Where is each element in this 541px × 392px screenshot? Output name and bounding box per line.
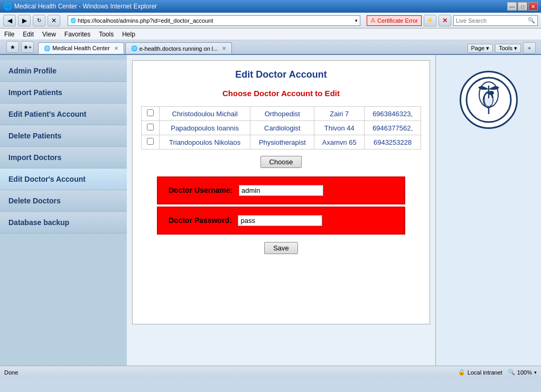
menu-view[interactable]: View	[42, 31, 56, 38]
password-label: Doctor Password:	[169, 216, 232, 225]
tab2-label: e-health.doctors running on l...	[139, 45, 218, 52]
doctor-1-checkbox[interactable]	[147, 109, 154, 116]
sidebar: Admin Profile Import Patients Edit Patie…	[0, 55, 127, 366]
doctor-1-phone: 6963846323,	[365, 107, 421, 121]
back-button[interactable]: ◀	[3, 15, 16, 26]
doctor-3-checkbox[interactable]	[147, 138, 154, 145]
doctor-1-specialty: Orthopedist	[250, 107, 314, 121]
username-input[interactable]	[239, 185, 323, 196]
sidebar-item-edit-doctors-account[interactable]: Edit Doctor's Account	[0, 169, 127, 190]
tools-button[interactable]: Tools ▾	[495, 44, 521, 53]
choose-button[interactable]: Choose	[260, 156, 302, 168]
logo-svg	[465, 76, 512, 124]
status-text: Done	[4, 369, 18, 376]
doctor-1-name: Christodoulou Michail	[160, 107, 250, 121]
logo-circle	[460, 71, 518, 129]
tab1-icon: 🌐	[44, 45, 50, 51]
maximize-button[interactable]: □	[518, 2, 527, 11]
sidebar-item-database-backup[interactable]: Database backup	[0, 212, 127, 234]
menu-favorites[interactable]: Favorites	[64, 31, 90, 38]
zoom-text: 100%	[517, 369, 532, 376]
doctor-row-3: Triandopoulos Nikolaos Physiotherapist A…	[142, 135, 421, 150]
choose-btn-row: Choose	[141, 156, 421, 168]
tab2-close[interactable]: ✕	[222, 45, 226, 51]
menu-edit[interactable]: Edit	[23, 31, 34, 38]
doctor-3-checkbox-cell	[142, 135, 160, 150]
main-container: Admin Profile Import Patients Edit Patie…	[0, 55, 541, 366]
menu-tools[interactable]: Tools	[99, 31, 114, 38]
save-btn-row: Save	[141, 242, 421, 254]
doctor-2-specialty: Cardiologist	[250, 121, 314, 135]
menu-help[interactable]: Help	[122, 31, 135, 38]
address-icon: 🌐	[70, 18, 76, 23]
zone-icon: 🔒	[458, 369, 465, 376]
sidebar-item-import-doctors[interactable]: Import Doctors	[0, 147, 127, 169]
username-section: Doctor Username:	[157, 176, 405, 204]
doctor-2-name: Papadopoulos Ioannis	[160, 121, 250, 135]
search-bar[interactable]: 🔍	[453, 15, 538, 26]
address-bar[interactable]: 🌐 https://localhost/admins.php?id=edit_d…	[68, 15, 360, 26]
doctor-2-address: Thivon 44	[314, 121, 365, 135]
tab-ehealth-doctors[interactable]: 🌐 e-health.doctors running on l... ✕	[125, 42, 232, 54]
forward-button[interactable]: ▶	[18, 15, 31, 26]
doctor-row-1: Christodoulou Michail Orthopedist Zairi …	[142, 107, 421, 121]
address-dropdown[interactable]: ▾	[355, 18, 358, 23]
doctor-3-address: Axamvn 65	[314, 135, 365, 150]
stop-cert-button[interactable]: ✕	[439, 15, 451, 26]
address-text: https://localhost/admins.php?id=edit_doc…	[78, 17, 213, 24]
section-title: Choose Doctor Account to Edit	[141, 89, 421, 98]
save-button[interactable]: Save	[264, 242, 298, 254]
close-button[interactable]: ✕	[528, 2, 538, 11]
doctor-3-phone: 6943253228	[365, 135, 421, 150]
cert-error-button[interactable]: ⚠ Certificate Error	[367, 15, 422, 26]
zoom-dropdown-icon[interactable]: ▾	[534, 370, 537, 375]
sidebar-item-edit-patients-account[interactable]: Edit Patient's Account	[0, 104, 127, 125]
menu-bar: File Edit View Favorites Tools Help	[0, 29, 541, 40]
page-button[interactable]: Page ▾	[468, 44, 493, 53]
doctor-2-checkbox[interactable]	[147, 124, 154, 130]
sidebar-item-delete-patients[interactable]: Delete Patients	[0, 125, 127, 147]
toolbar-extra[interactable]: »	[523, 42, 536, 54]
zoom-control[interactable]: 🔍 100% ▾	[508, 369, 537, 376]
status-bar: Done 🔒 Local intranet 🔍 100% ▾	[0, 366, 541, 378]
sidebar-item-delete-doctors[interactable]: Delete Doctors	[0, 190, 127, 212]
tab1-close[interactable]: ✕	[114, 45, 118, 51]
zoom-icon: 🔍	[508, 369, 515, 376]
doctor-row-2: Papadopoulos Ioannis Cardiologist Thivon…	[142, 121, 421, 135]
tab-bar: ★ ★+ 🌐 Medical Health Center ✕ 🌐 e-healt…	[0, 40, 541, 55]
favorites-star-button[interactable]: ★	[6, 41, 19, 53]
tab2-icon: 🌐	[131, 45, 137, 51]
doctor-3-name: Triandopoulos Nikolaos	[160, 135, 250, 150]
cert-error-icon: ⚠	[370, 17, 376, 24]
content-area: Edit Doctor Account Choose Doctor Accoun…	[127, 55, 435, 366]
status-right: 🔒 Local intranet 🔍 100% ▾	[458, 369, 537, 376]
nav-extra-button[interactable]: ⚡	[424, 15, 436, 26]
browser-title: Medical Health Center - Windows Internet…	[14, 3, 505, 10]
doctor-3-specialty: Physiotherapist	[250, 135, 314, 150]
doctors-table: Christodoulou Michail Orthopedist Zairi …	[141, 106, 421, 150]
minimize-button[interactable]: —	[507, 2, 517, 11]
page-title: Edit Doctor Account	[141, 69, 421, 80]
content-panel: Edit Doctor Account Choose Doctor Accoun…	[132, 60, 430, 324]
username-label: Doctor Username:	[169, 186, 232, 194]
right-panel	[435, 55, 541, 366]
sidebar-item-import-patients[interactable]: Import Patients	[0, 82, 127, 104]
password-input[interactable]	[238, 215, 322, 226]
tab1-label: Medical Health Center	[52, 45, 110, 51]
add-favorites-button[interactable]: ★+	[21, 41, 34, 53]
sidebar-item-admin-profile[interactable]: Admin Profile	[0, 60, 127, 82]
menu-file[interactable]: File	[4, 31, 14, 38]
doctor-1-checkbox-cell	[142, 107, 160, 121]
zone-indicator: 🔒 Local intranet	[458, 369, 502, 376]
nav-bar: ◀ ▶ ↻ ✕ 🌐 https://localhost/admins.php?i…	[0, 13, 541, 29]
doctor-1-address: Zairi 7	[314, 107, 365, 121]
zone-text: Local intranet	[468, 369, 502, 376]
stop-button[interactable]: ✕	[48, 15, 60, 26]
search-input[interactable]	[456, 17, 528, 24]
doctor-2-checkbox-cell	[142, 121, 160, 135]
refresh-button[interactable]: ↻	[33, 15, 45, 26]
title-bar: 🌐 Medical Health Center - Windows Intern…	[0, 0, 541, 13]
tab-medical-health-center[interactable]: 🌐 Medical Health Center ✕	[38, 42, 124, 54]
search-icon[interactable]: 🔍	[528, 17, 535, 24]
password-section: Doctor Password:	[157, 207, 405, 235]
